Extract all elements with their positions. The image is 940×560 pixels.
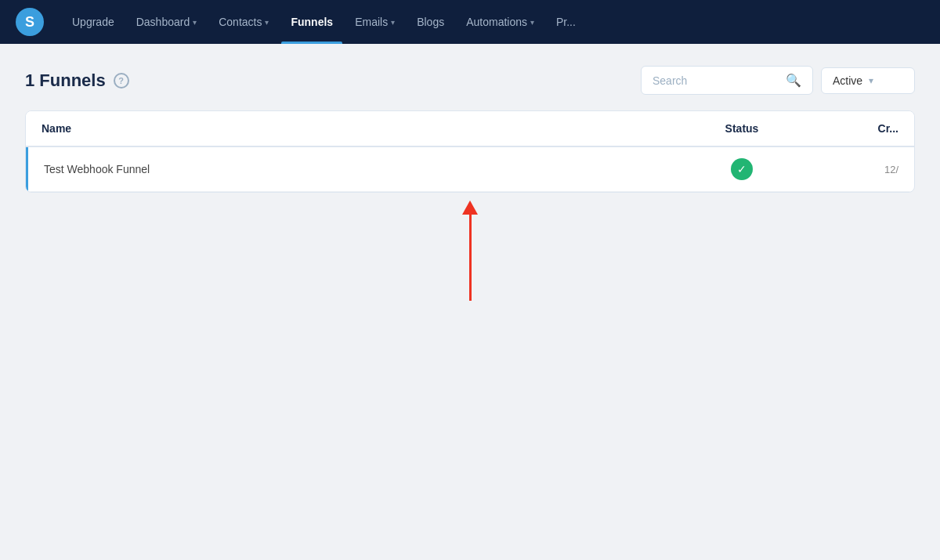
brand-logo: S	[16, 8, 44, 36]
nav-item-contacts-label: Contacts	[219, 16, 262, 28]
help-icon[interactable]: ?	[114, 73, 129, 89]
arrow-line	[469, 215, 472, 301]
filter-label: Active	[833, 74, 862, 87]
status-active-icon: ✓	[731, 158, 753, 180]
header-controls: 🔍 Active ▾	[641, 66, 915, 95]
nav-item-automations-label: Automations	[466, 16, 527, 28]
nav-item-emails[interactable]: Emails ▾	[345, 11, 404, 33]
nav-item-contacts[interactable]: Contacts ▾	[209, 11, 278, 33]
search-box[interactable]: 🔍	[641, 66, 813, 95]
nav-item-blogs[interactable]: Blogs	[407, 11, 454, 33]
nav-item-emails-label: Emails	[355, 16, 388, 28]
search-input[interactable]	[653, 74, 779, 87]
filter-dropdown[interactable]: Active ▾	[821, 67, 915, 94]
chevron-down-icon: ▾	[869, 75, 873, 86]
red-arrow-annotation	[462, 201, 478, 301]
page-title: 1 Funnels	[25, 70, 106, 91]
navbar: S Upgrade Dashboard ▾ Contacts ▾ Funnels…	[0, 0, 940, 44]
chevron-down-icon: ▾	[265, 18, 269, 27]
nav-item-funnels[interactable]: Funnels	[281, 11, 342, 33]
column-header-created: Cr...	[804, 122, 898, 135]
table-header: Name Status Cr...	[26, 111, 914, 147]
nav-links: Upgrade Dashboard ▾ Contacts ▾ Funnels E…	[63, 11, 924, 33]
funnel-name: Test Webhook Funnel	[44, 163, 679, 175]
annotation-arrow-container	[25, 201, 915, 310]
created-date: 12/	[804, 164, 898, 175]
table-row[interactable]: Test Webhook Funnel ✓ 12/	[26, 147, 914, 192]
column-header-name: Name	[42, 122, 679, 135]
page-title-group: 1 Funnels ?	[25, 70, 129, 91]
nav-item-dashboard-label: Dashboard	[136, 16, 190, 28]
column-header-status: Status	[679, 122, 804, 135]
arrow-head-icon	[462, 201, 478, 215]
page-container: 1 Funnels ? 🔍 Active ▾ Name Status Cr...…	[0, 44, 940, 332]
chevron-down-icon: ▾	[193, 18, 197, 27]
status-cell: ✓	[679, 158, 804, 180]
funnels-table: Name Status Cr... Test Webhook Funnel ✓ …	[25, 110, 915, 193]
chevron-down-icon: ▾	[391, 18, 395, 27]
search-icon: 🔍	[786, 73, 801, 88]
page-header: 1 Funnels ? 🔍 Active ▾	[25, 66, 915, 95]
nav-item-pr[interactable]: Pr...	[547, 11, 585, 33]
nav-item-upgrade[interactable]: Upgrade	[63, 11, 124, 33]
chevron-down-icon: ▾	[530, 18, 534, 27]
nav-item-dashboard[interactable]: Dashboard ▾	[127, 11, 207, 33]
nav-item-automations[interactable]: Automations ▾	[457, 11, 544, 33]
